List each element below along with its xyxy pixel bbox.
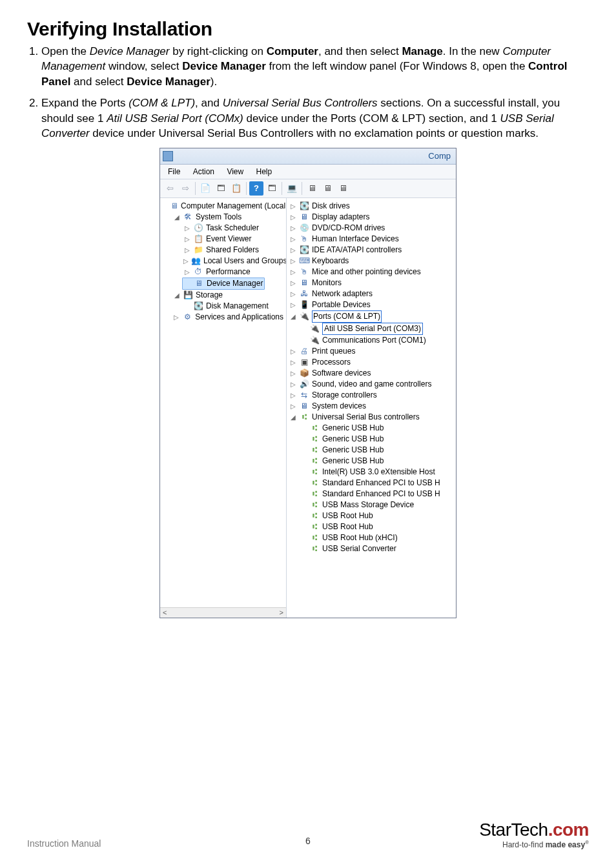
dev-usb-hub[interactable]: ▷⑆Generic USB Hub (298, 445, 455, 456)
dev-sound[interactable]: ▷🔊Sound, video and game controllers (288, 379, 455, 390)
dev-software[interactable]: ▷📦Software devices (288, 368, 455, 379)
menu-help[interactable]: Help (251, 166, 278, 177)
device-tree: ▷💽Disk drives ▷🖥Display adapters ▷💿DVD/C… (287, 198, 456, 557)
back-button[interactable]: ⇦ (163, 181, 177, 196)
window-title: Comp (177, 151, 452, 161)
dev-network[interactable]: ▷🖧Network adapters (288, 288, 455, 299)
toolbar: ⇦ ⇨ 📄 🗔 📋 ? 🗔 💻 🖥 🖥 🖥 (160, 179, 456, 198)
dev-std-pci-usb[interactable]: ▷⑆Standard Enhanced PCI to USB H (298, 489, 455, 500)
forward-button[interactable]: ⇨ (178, 181, 192, 196)
dev-usb-root-hub-xhci[interactable]: ▷⑆USB Root Hub (xHCI) (298, 532, 455, 543)
left-pane-scrollbar[interactable]: < > (160, 607, 286, 618)
scroll-right-icon[interactable]: > (280, 609, 283, 616)
dev-usb-root-hub[interactable]: ▷⑆USB Root Hub (298, 521, 455, 532)
menu-view[interactable]: View (221, 166, 249, 177)
dev-ide[interactable]: ▷💽IDE ATA/ATAPI controllers (288, 245, 455, 256)
dev-usb-mass-storage[interactable]: ▷⑆USB Mass Storage Device (298, 500, 455, 510)
left-pane: ▷🖥Computer Management (Local ◢🛠System To… (160, 198, 287, 618)
dev-monitors[interactable]: ▷🖥Monitors (288, 278, 455, 288)
dev-usb-hub[interactable]: ▷⑆Generic USB Hub (298, 423, 455, 434)
tree-task-scheduler[interactable]: ▷🕒Task Scheduler (182, 223, 285, 234)
brand-logo: StarTech.com (479, 821, 589, 839)
dev-usb-serial-converter[interactable]: ▷⑆USB Serial Converter (298, 543, 455, 554)
brand-block: StarTech.com Hard-to-find made easy® (479, 821, 589, 849)
footer-label: Instruction Manual (27, 838, 101, 849)
menubar: File Action View Help (160, 165, 456, 179)
toolbar-icon[interactable]: 🗔 (214, 181, 228, 196)
toolbar-icon[interactable]: 🖥 (336, 181, 350, 196)
dev-display-adapters[interactable]: ▷🖥Display adapters (288, 212, 455, 223)
toolbar-icon[interactable]: 📄 (198, 181, 212, 196)
page-heading: Verifying Installation (27, 18, 589, 40)
tree-disk-management[interactable]: ▷💽Disk Management (182, 301, 285, 312)
toolbar-icon[interactable]: 💻 (285, 181, 299, 196)
instruction-list: Open the Device Manager by right-clickin… (27, 44, 589, 141)
dev-ports[interactable]: ◢🔌Ports (COM & LPT) (288, 310, 455, 323)
help-button[interactable]: ? (249, 181, 263, 196)
dev-intel-usb3[interactable]: ▷⑆Intel(R) USB 3.0 eXtensible Host (298, 467, 455, 478)
dev-processors[interactable]: ▷▣Processors (288, 357, 455, 368)
dev-usb-hub[interactable]: ▷⑆Generic USB Hub (298, 456, 455, 467)
toolbar-icon[interactable]: 📋 (229, 181, 243, 196)
dev-usb-root-hub[interactable]: ▷⑆USB Root Hub (298, 510, 455, 521)
page-number: 6 (305, 836, 311, 846)
tree-services[interactable]: ▷⚙Services and Applications (172, 312, 285, 323)
dev-system[interactable]: ▷🖥System devices (288, 401, 455, 412)
management-tree: ▷🖥Computer Management (Local ◢🛠System To… (160, 198, 286, 325)
page-footer: Instruction Manual 6 StarTech.com Hard-t… (0, 821, 616, 849)
separator (195, 182, 196, 195)
computer-management-window: Comp File Action View Help ⇦ ⇨ 📄 🗔 📋 ? 🗔… (159, 148, 457, 618)
tree-performance[interactable]: ▷⏱Performance (182, 267, 285, 278)
device-tree-pane: ▷💽Disk drives ▷🖥Display adapters ▷💿DVD/C… (287, 198, 456, 618)
dev-usb-hub[interactable]: ▷⑆Generic USB Hub (298, 434, 455, 445)
menu-action[interactable]: Action (188, 166, 220, 177)
dev-usb-controllers[interactable]: ◢⑆Universal Serial Bus controllers (288, 412, 455, 423)
toolbar-icon[interactable]: 🖥 (320, 181, 334, 196)
step-1: Open the Device Manager by right-clickin… (41, 44, 589, 89)
separator (246, 182, 247, 195)
tree-system-tools[interactable]: ◢🛠System Tools (172, 212, 285, 223)
tree-local-users[interactable]: ▷👥Local Users and Groups (182, 256, 285, 267)
app-icon (163, 151, 173, 161)
dev-mice[interactable]: ▷🖱Mice and other pointing devices (288, 267, 455, 278)
dev-std-pci-usb[interactable]: ▷⑆Standard Enhanced PCI to USB H (298, 478, 455, 489)
dev-hid[interactable]: ▷🖱Human Interface Devices (288, 234, 455, 245)
separator (282, 182, 282, 195)
dev-portable[interactable]: ▷📱Portable Devices (288, 299, 455, 310)
tree-event-viewer[interactable]: ▷📋Event Viewer (182, 234, 285, 245)
dev-dvd[interactable]: ▷💿DVD/CD-ROM drives (288, 223, 455, 234)
separator (302, 182, 302, 195)
toolbar-icon[interactable]: 🗔 (265, 181, 279, 196)
tree-root[interactable]: ▷🖥Computer Management (Local (161, 201, 285, 212)
step-2: Expand the Ports (COM & LPT), and Univer… (41, 96, 589, 141)
toolbar-icon[interactable]: 🖥 (305, 181, 319, 196)
tree-storage[interactable]: ◢💾Storage (172, 290, 285, 301)
dev-atil-serial[interactable]: ▷🔌Atil USB Serial Port (COM3) (298, 323, 455, 335)
window-titlebar[interactable]: Comp (160, 148, 456, 165)
dev-storage-ctl[interactable]: ▷⇆Storage controllers (288, 390, 455, 401)
tree-device-manager[interactable]: ▷🖥Device Manager (182, 278, 265, 290)
brand-tagline: Hard-to-find made easy® (479, 840, 589, 849)
scroll-left-icon[interactable]: < (163, 609, 167, 616)
dev-disk-drives[interactable]: ▷💽Disk drives (288, 201, 455, 212)
dev-com1[interactable]: ▷🔌Communications Port (COM1) (298, 335, 455, 346)
menu-file[interactable]: File (163, 166, 185, 177)
dev-keyboards[interactable]: ▷⌨Keyboards (288, 256, 455, 267)
tree-shared-folders[interactable]: ▷📁Shared Folders (182, 245, 285, 256)
dev-print-queues[interactable]: ▷🖨Print queues (288, 346, 455, 357)
